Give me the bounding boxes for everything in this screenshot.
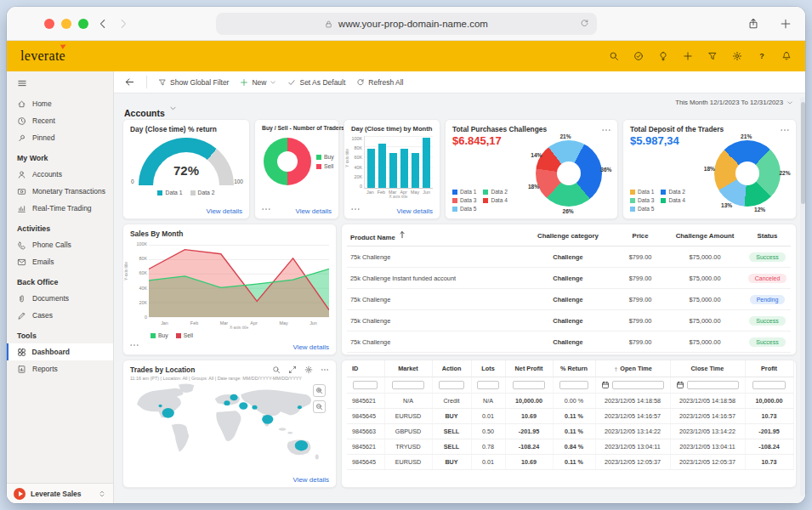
back-button[interactable] bbox=[124, 76, 135, 88]
more-options-icon[interactable] bbox=[261, 204, 271, 214]
more-options-icon[interactable] bbox=[350, 204, 361, 214]
sidebar-item-recent[interactable]: Recent bbox=[7, 112, 113, 129]
hamburger-menu-icon[interactable] bbox=[17, 78, 27, 88]
browser-forward-icon[interactable] bbox=[117, 18, 129, 30]
cell-open-time: 2023/12/05 14:18:58 bbox=[595, 394, 670, 409]
product-row[interactable]: 75k ChallengeChallenge$799.00$75,000.00P… bbox=[347, 289, 791, 310]
cell-category: Challenge bbox=[521, 268, 615, 289]
filter-input-market[interactable] bbox=[392, 381, 424, 389]
column-header[interactable]: % Return bbox=[553, 360, 595, 377]
pie-slice-label: 18% bbox=[528, 184, 539, 190]
product-row[interactable]: 75k ChallengeChallenge$799.00$75,000.00S… bbox=[347, 353, 791, 356]
minimize-window-button[interactable] bbox=[61, 19, 71, 29]
trade-row[interactable]: 9845645EURUSDBUY0.0110.690.11 %2023/12/0… bbox=[347, 409, 793, 424]
plus-button[interactable] bbox=[683, 51, 693, 61]
refresh-all-button[interactable]: Refresh All bbox=[356, 78, 403, 87]
sidebar-item-monetary-transactions[interactable]: Monetary Transactions bbox=[7, 183, 113, 200]
view-details-link[interactable]: View details bbox=[396, 207, 433, 215]
trade-row[interactable]: 9845621N/ACreditN/A10,000.000.00 %2023/1… bbox=[347, 394, 793, 409]
status-badge: Success bbox=[749, 252, 785, 262]
filter-input-action[interactable] bbox=[439, 381, 464, 389]
zoom-out-button[interactable] bbox=[313, 400, 326, 413]
product-row[interactable]: 75k ChallengeChallenge$799.00$75,000.00S… bbox=[347, 332, 791, 353]
show-global-filter-button[interactable]: Show Global Filter bbox=[158, 78, 229, 87]
view-details-link[interactable]: View details bbox=[292, 476, 329, 484]
more-options-icon[interactable] bbox=[129, 340, 139, 350]
check-circle-button[interactable] bbox=[633, 51, 644, 61]
column-header[interactable]: ID bbox=[347, 360, 384, 377]
column-header[interactable]: Product Name bbox=[347, 224, 521, 246]
filter-input-lots[interactable] bbox=[477, 381, 499, 389]
scrollbar-track[interactable] bbox=[800, 97, 805, 496]
search-icon[interactable] bbox=[272, 366, 281, 374]
filter-cell bbox=[670, 377, 745, 394]
column-header[interactable]: Challenge Amount bbox=[666, 224, 744, 246]
expand-icon[interactable] bbox=[288, 366, 297, 374]
total-purchases-card: Total Purchases Challenges $6.845,17 Dat… bbox=[445, 119, 618, 219]
sidebar-item-cases[interactable]: Cases bbox=[7, 307, 113, 324]
column-header[interactable]: Action bbox=[432, 360, 471, 377]
funnel-button[interactable] bbox=[707, 51, 718, 61]
cell-category: Challenge bbox=[521, 310, 615, 332]
date-range-filter[interactable]: This Month 12/1/2023 To 12/31/2023 bbox=[675, 99, 793, 106]
new-button[interactable]: New bbox=[240, 78, 276, 87]
cell-action: SELL bbox=[432, 424, 471, 439]
filter-input-id[interactable] bbox=[353, 381, 378, 389]
filter-input--return[interactable] bbox=[559, 381, 588, 389]
pie-slice-label: 22% bbox=[779, 170, 790, 176]
help-button[interactable]: ? bbox=[757, 51, 767, 61]
cell-lots: 0.50 bbox=[471, 424, 505, 439]
column-header[interactable]: Profit bbox=[745, 360, 793, 377]
view-details-link[interactable]: View details bbox=[295, 207, 332, 215]
sidebar-item-documents[interactable]: Documents bbox=[7, 290, 113, 307]
filter-input-net-profit[interactable] bbox=[513, 381, 545, 389]
browser-back-icon[interactable] bbox=[97, 18, 109, 30]
column-header[interactable]: Status bbox=[744, 224, 791, 246]
dashboard-selector-accounts[interactable]: Accounts bbox=[124, 108, 177, 118]
sidebar-item-home[interactable]: Home bbox=[7, 95, 113, 112]
trade-row[interactable]: 9845645EURUSDBUY0.0110.690.11 %2023/12/0… bbox=[347, 455, 793, 470]
sidebar-item-dashboard[interactable]: Dashboard bbox=[7, 343, 113, 360]
column-header[interactable]: Open Time bbox=[595, 360, 670, 377]
sidebar-footer-area-switcher[interactable]: Leverate Sales bbox=[7, 483, 113, 503]
filter-input-close-time[interactable] bbox=[687, 381, 739, 389]
scrollbar-thumb[interactable] bbox=[801, 102, 805, 204]
maximize-window-button[interactable] bbox=[78, 19, 88, 29]
more-options-icon[interactable] bbox=[321, 366, 329, 374]
gear-icon[interactable] bbox=[304, 366, 313, 374]
url-bar[interactable]: www.your-prop-domain-name.com bbox=[216, 13, 597, 35]
zoom-in-button[interactable] bbox=[313, 384, 326, 397]
column-header[interactable]: Lots bbox=[471, 360, 505, 377]
bell-button[interactable] bbox=[781, 51, 792, 61]
share-icon[interactable] bbox=[747, 18, 759, 30]
sidebar-item-reports[interactable]: Reports bbox=[7, 360, 113, 377]
trade-row[interactable]: 9845621TRYUSDSELL0.78-108.240.84 %2023/1… bbox=[347, 439, 793, 455]
legend-label: Data 1 bbox=[165, 190, 182, 196]
sidebar-item-accounts[interactable]: Accounts bbox=[7, 166, 113, 183]
set-as-default-button[interactable]: Set As Default bbox=[287, 78, 345, 87]
gear-button[interactable] bbox=[732, 51, 742, 61]
column-header[interactable]: Price bbox=[615, 224, 666, 246]
view-details-link[interactable]: View details bbox=[292, 343, 329, 351]
filter-input-profit[interactable] bbox=[752, 381, 785, 389]
column-header[interactable]: Close Time bbox=[670, 360, 745, 377]
y-tick-label: 20K bbox=[351, 174, 362, 179]
bulb-button[interactable] bbox=[658, 51, 668, 61]
sidebar-item-phone-calls[interactable]: Phone Calls bbox=[7, 236, 113, 253]
product-row[interactable]: 25k Challenge Instant funded accountChal… bbox=[347, 268, 791, 289]
column-header[interactable]: Net Profit bbox=[505, 360, 553, 377]
product-row[interactable]: 75k ChallengeChallenge$799.00$75,000.00S… bbox=[347, 246, 791, 268]
sidebar-item-emails[interactable]: Emails bbox=[7, 253, 113, 270]
product-row[interactable]: 75k ChallengeChallenge$799.00$75,000.00S… bbox=[347, 310, 791, 332]
filter-input-open-time[interactable] bbox=[612, 381, 664, 389]
column-header[interactable]: Market bbox=[384, 360, 432, 377]
sidebar-item-pinned[interactable]: Pinned bbox=[7, 129, 113, 146]
sidebar-item-real-time-trading[interactable]: Real-Time Trading bbox=[7, 200, 113, 217]
new-tab-icon[interactable] bbox=[780, 18, 792, 30]
view-details-link[interactable]: View details bbox=[206, 207, 242, 215]
trade-row[interactable]: 9845663GBPUSDSELL0.50-201.950.11 %2023/1… bbox=[347, 424, 793, 439]
reload-icon[interactable] bbox=[580, 19, 589, 28]
column-header[interactable]: Challenge category bbox=[521, 224, 615, 246]
close-window-button[interactable] bbox=[44, 19, 54, 29]
search-button[interactable] bbox=[609, 51, 619, 61]
